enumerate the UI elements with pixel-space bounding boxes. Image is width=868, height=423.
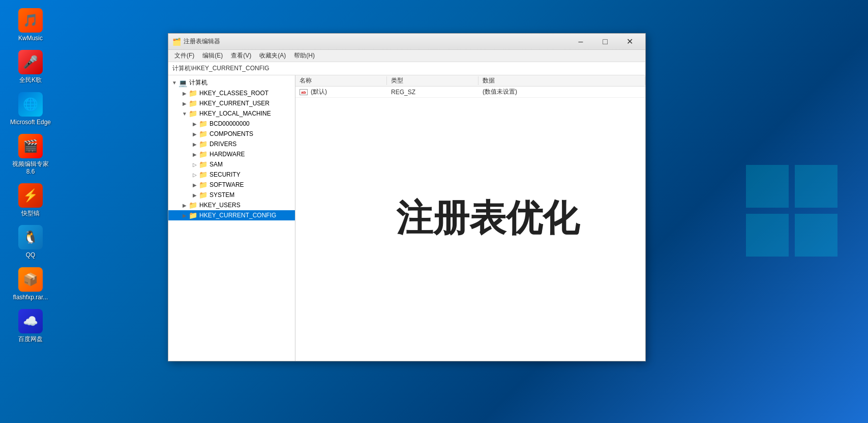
address-bar-text: 计算机\HKEY_CURRENT_CONFIG [172, 64, 270, 73]
edge-icon: 🌐 [18, 92, 43, 117]
local-machine-expand: ▼ [181, 109, 189, 118]
video-icon: 🎬 [18, 134, 43, 158]
qq-label: QQ [26, 251, 36, 259]
sam-expand: ▷ [191, 160, 199, 168]
tree-item-hkey-users[interactable]: ▶ 📁 HKEY_USERS [168, 200, 295, 210]
title-bar: 🗂️ 注册表编辑器 – □ ✕ [168, 34, 645, 50]
components-label: COMPONENTS [209, 130, 253, 137]
close-button[interactable]: ✕ [618, 34, 641, 49]
sam-folder: 📁 [199, 160, 207, 168]
desktop-icon-flashfxp[interactable]: 📦 flashfxp.rar... [8, 264, 53, 304]
cell-data: (数值未设置) [478, 88, 645, 96]
reg-value-icon: ab [300, 89, 308, 95]
qq-icon: 🐧 [18, 225, 43, 249]
current-config-folder: 📁 [189, 211, 197, 219]
desktop-icon-edge[interactable]: 🌐 Microsoft Edge [8, 89, 53, 129]
desktop-icon-qq[interactable]: 🐧 QQ [8, 222, 53, 262]
tree-item-security[interactable]: ▷ 📁 SECURITY [168, 170, 295, 180]
kuaixing-label: 快型镐 [21, 210, 40, 217]
qmk-label: 全民K歌 [19, 76, 42, 83]
tree-item-system[interactable]: ▶ 📁 SYSTEM [168, 190, 295, 200]
tree-item-current-config[interactable]: ▶ 📁 HKEY_CURRENT_CONFIG [168, 210, 295, 220]
hkey-users-expand: ▶ [181, 201, 189, 209]
root-expand-arrow: ▼ [170, 79, 178, 87]
tree-item-bcd[interactable]: ▶ 📁 BCD00000000 [168, 119, 295, 129]
bcd-expand: ▶ [191, 120, 199, 128]
flashfxp-icon: 📦 [18, 267, 43, 292]
menu-help[interactable]: 帮助(H) [290, 50, 319, 61]
desktop-icon-qmk[interactable]: 🎤 全民K歌 [8, 47, 53, 87]
bcd-folder: 📁 [199, 120, 207, 128]
classes-root-label: HKEY_CLASSES_ROOT [199, 90, 268, 97]
col-type-header: 类型 [387, 76, 478, 85]
tree-root[interactable]: ▼ 💻 计算机 [168, 77, 295, 88]
tree-item-local-machine[interactable]: ▼ 📁 HKEY_LOCAL_MACHINE [168, 108, 295, 119]
kwmusic-label: KwMusic [18, 35, 43, 42]
bcd-label: BCD00000000 [209, 120, 250, 127]
col-data-header: 数据 [478, 76, 645, 85]
drivers-folder: 📁 [199, 140, 207, 148]
root-folder-icon: 💻 [178, 79, 187, 87]
tree-item-components[interactable]: ▶ 📁 COMPONENTS [168, 129, 295, 139]
tree-item-current-user[interactable]: ▶ 📁 HKEY_CURRENT_USER [168, 98, 295, 108]
security-expand: ▷ [191, 171, 199, 179]
hardware-expand: ▶ [191, 150, 199, 158]
current-user-folder: 📁 [189, 99, 197, 107]
current-config-expand: ▶ [181, 211, 189, 219]
content-area: ▼ 💻 计算机 ▶ 📁 HKEY_CLASSES_ROOT ▶ 📁 HKEY_C… [168, 75, 645, 361]
hardware-folder: 📁 [199, 150, 207, 158]
components-expand: ▶ [191, 130, 199, 138]
menu-view[interactable]: 查看(V) [227, 50, 255, 61]
cell-name: ab (默认) [295, 88, 387, 96]
software-label: SOFTWARE [209, 181, 244, 188]
col-name-header: 名称 [295, 76, 387, 85]
minimize-button[interactable]: – [569, 34, 592, 49]
baidu-label: 百度网盘 [18, 335, 43, 343]
maximize-button[interactable]: □ [593, 34, 617, 49]
security-label: SECURITY [209, 171, 241, 178]
current-user-label: HKEY_CURRENT_USER [199, 100, 270, 107]
desktop-icon-list: 🎵 KwMusic 🎤 全民K歌 🌐 Microsoft Edge 🎬 视频编辑… [0, 0, 61, 423]
desktop-icon-baidu[interactable]: ☁️ 百度网盘 [8, 306, 53, 346]
system-expand: ▶ [191, 191, 199, 199]
drivers-label: DRIVERS [209, 140, 236, 148]
window-icon: 🗂️ [172, 38, 181, 46]
tree-root-label: 计算机 [189, 78, 207, 87]
desktop-icon-kuaixing[interactable]: ⚡ 快型镐 [8, 180, 53, 220]
current-config-label: HKEY_CURRENT_CONFIG [199, 212, 276, 219]
local-machine-label: HKEY_LOCAL_MACHINE [199, 110, 271, 117]
table-row[interactable]: ab (默认) REG_SZ (数值未设置) [295, 87, 645, 98]
local-machine-folder: 📁 [189, 109, 197, 118]
tree-item-sam[interactable]: ▷ 📁 SAM [168, 159, 295, 170]
flashfxp-label: flashfxp.rar... [13, 294, 48, 301]
menu-file[interactable]: 文件(F) [170, 50, 198, 61]
menu-favorites[interactable]: 收藏夹(A) [255, 50, 290, 61]
kwmusic-icon: 🎵 [18, 8, 43, 33]
classes-root-expand: ▶ [181, 89, 189, 97]
tree-item-software[interactable]: ▶ 📁 SOFTWARE [168, 180, 295, 190]
tree-item-classes-root[interactable]: ▶ 📁 HKEY_CLASSES_ROOT [168, 88, 295, 98]
video-label: 视频编辑专家 8.6 [10, 160, 51, 175]
tree-item-drivers[interactable]: ▶ 📁 DRIVERS [168, 139, 295, 149]
security-folder: 📁 [199, 171, 207, 179]
desktop-icon-video[interactable]: 🎬 视频编辑专家 8.6 [8, 131, 53, 178]
svg-rect-2 [746, 214, 789, 257]
tree-item-hardware[interactable]: ▶ 📁 HARDWARE [168, 149, 295, 159]
svg-rect-3 [795, 214, 837, 257]
svg-rect-0 [746, 165, 789, 208]
drivers-expand: ▶ [191, 140, 199, 148]
address-bar: 计算机\HKEY_CURRENT_CONFIG [168, 62, 645, 75]
hkey-users-label: HKEY_USERS [199, 202, 241, 209]
cell-name-text: (默认) [311, 88, 327, 96]
desktop-icon-kwmusic[interactable]: 🎵 KwMusic [8, 5, 53, 45]
system-label: SYSTEM [209, 191, 234, 199]
menu-edit[interactable]: 编辑(E) [198, 50, 227, 61]
registry-tree[interactable]: ▼ 💻 计算机 ▶ 📁 HKEY_CLASSES_ROOT ▶ 📁 HKEY_C… [168, 75, 295, 361]
menu-bar: 文件(F) 编辑(E) 查看(V) 收藏夹(A) 帮助(H) [168, 50, 645, 62]
edge-label: Microsoft Edge [10, 119, 51, 126]
svg-rect-1 [795, 165, 837, 208]
window-controls: – □ ✕ [569, 34, 641, 49]
windows-logo-watermark [741, 160, 843, 264]
software-folder: 📁 [199, 181, 207, 189]
current-user-expand: ▶ [181, 99, 189, 107]
